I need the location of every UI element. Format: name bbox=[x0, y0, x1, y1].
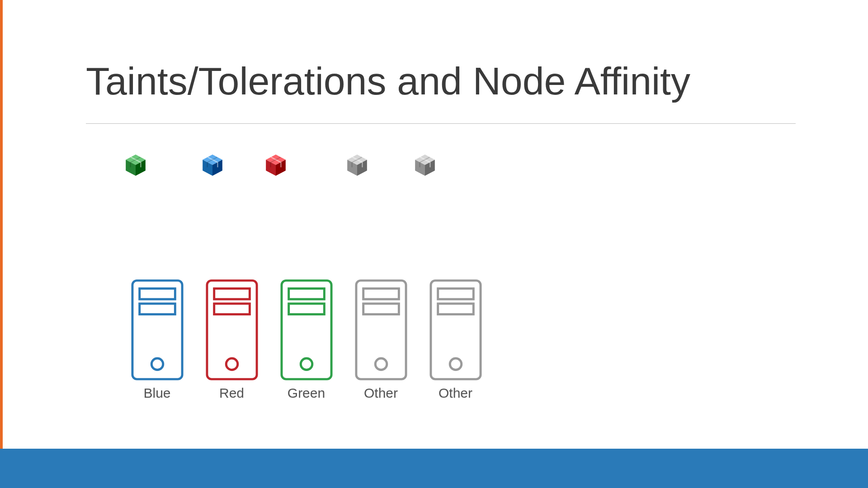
svg-rect-32 bbox=[438, 289, 473, 300]
server-icon bbox=[354, 278, 408, 382]
svg-point-18 bbox=[151, 358, 163, 370]
svg-rect-33 bbox=[438, 304, 473, 314]
svg-point-34 bbox=[450, 358, 462, 370]
svg-rect-29 bbox=[363, 304, 399, 314]
footer-bar bbox=[0, 449, 868, 488]
svg-point-26 bbox=[301, 358, 312, 370]
nodes-row: Blue Red Green Other Other bbox=[120, 278, 493, 401]
pods-row bbox=[122, 151, 439, 178]
other-node-2: Other bbox=[418, 278, 493, 401]
green-pod bbox=[122, 151, 149, 178]
node-label: Red bbox=[219, 385, 244, 401]
slide: Taints/Tolerations and Node Affinity bbox=[0, 0, 868, 488]
svg-rect-24 bbox=[288, 289, 324, 300]
svg-rect-28 bbox=[363, 289, 399, 300]
blue-pod bbox=[199, 151, 226, 178]
svg-rect-25 bbox=[288, 304, 324, 314]
node-label: Other bbox=[439, 385, 472, 401]
server-icon bbox=[280, 278, 333, 382]
green-node: Green bbox=[269, 278, 344, 401]
blue-node: Blue bbox=[120, 278, 194, 401]
box-icon bbox=[201, 153, 224, 177]
svg-rect-20 bbox=[214, 289, 250, 300]
box-icon bbox=[345, 153, 369, 177]
svg-point-22 bbox=[226, 358, 238, 370]
svg-rect-17 bbox=[139, 304, 175, 314]
server-icon bbox=[131, 278, 184, 382]
box-icon bbox=[264, 153, 288, 177]
svg-rect-21 bbox=[214, 304, 250, 314]
gray-pod-2 bbox=[411, 151, 439, 178]
svg-point-30 bbox=[375, 358, 387, 370]
left-accent-bar bbox=[0, 0, 3, 449]
title-underline bbox=[86, 123, 796, 124]
red-node: Red bbox=[194, 278, 269, 401]
red-pod bbox=[262, 151, 289, 178]
server-icon bbox=[429, 278, 482, 382]
slide-title: Taints/Tolerations and Node Affinity bbox=[86, 59, 690, 103]
server-icon bbox=[205, 278, 259, 382]
box-icon bbox=[124, 153, 147, 177]
node-label: Other bbox=[364, 385, 398, 401]
other-node-1: Other bbox=[344, 278, 418, 401]
box-icon bbox=[413, 153, 437, 177]
node-label: Blue bbox=[143, 385, 170, 401]
svg-rect-16 bbox=[139, 289, 175, 300]
node-label: Green bbox=[288, 385, 325, 401]
gray-pod-1 bbox=[344, 151, 371, 178]
